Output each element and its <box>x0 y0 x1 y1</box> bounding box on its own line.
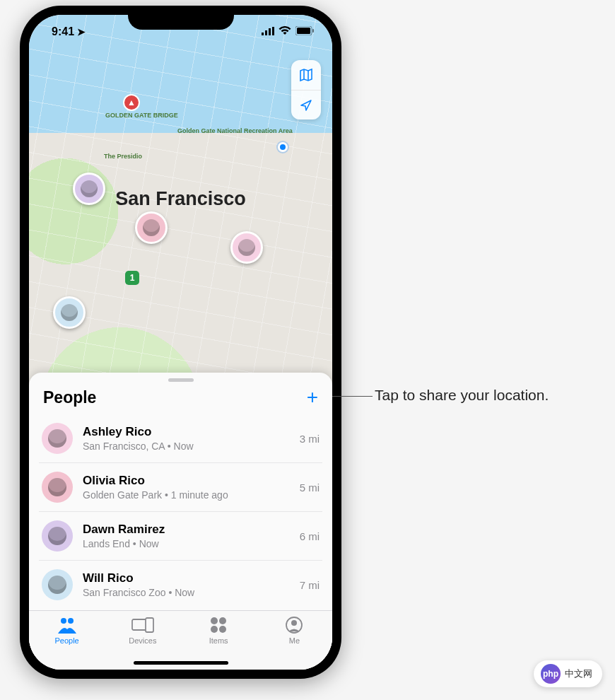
status-time: 9:41 <box>52 25 74 38</box>
person-name: Olivia Rico <box>83 474 290 488</box>
avatar-pin[interactable] <box>53 296 86 329</box>
list-item[interactable]: Will Rico San Francisco Zoo • Now 7 mi <box>39 560 322 609</box>
map-label-ggnra: Golden Gate National Recreation Area <box>177 128 293 134</box>
person-location: Lands End • Now <box>83 538 290 549</box>
svg-rect-12 <box>146 618 153 632</box>
devices-icon <box>131 615 154 635</box>
svg-point-13 <box>211 617 218 624</box>
me-icon <box>286 615 303 635</box>
svg-rect-0 <box>262 33 264 35</box>
battery-icon <box>295 25 314 38</box>
avatar <box>42 423 73 454</box>
map-mode-button[interactable] <box>291 60 321 90</box>
svg-point-15 <box>211 626 218 633</box>
person-location: San Francisco Zoo • Now <box>83 587 290 598</box>
watermark-badge: php <box>541 664 561 684</box>
tab-people[interactable]: People <box>29 615 105 645</box>
watermark-text: 中文网 <box>565 667 592 680</box>
tab-me[interactable]: Me <box>257 615 332 645</box>
landmark-pin-golden-gate[interactable]: ▲ <box>123 94 140 111</box>
svg-point-10 <box>68 618 74 624</box>
share-location-button[interactable]: + <box>307 387 318 407</box>
screen: 9:41 ➤ <box>29 15 332 670</box>
person-distance: 3 mi <box>300 433 320 445</box>
person-name: Ashley Rico <box>83 425 290 439</box>
avatar-pin[interactable] <box>230 231 263 264</box>
sheet-title: People <box>43 388 96 407</box>
location-services-icon: ➤ <box>77 26 86 37</box>
map-label-presidio: The Presidio <box>104 153 142 160</box>
people-icon <box>57 615 78 635</box>
svg-point-16 <box>219 626 226 633</box>
cellular-signal-icon <box>262 25 274 38</box>
avatar <box>42 569 73 600</box>
map-controls <box>291 60 321 119</box>
person-location: San Francisco, CA • Now <box>83 441 290 452</box>
tab-label: Me <box>289 636 300 645</box>
svg-point-18 <box>291 620 297 626</box>
tab-label: Items <box>209 636 228 645</box>
home-indicator[interactable] <box>134 661 228 665</box>
svg-rect-6 <box>312 29 314 33</box>
avatar-pin[interactable] <box>135 211 168 244</box>
person-distance: 7 mi <box>300 579 320 591</box>
svg-rect-5 <box>297 28 310 34</box>
person-distance: 5 mi <box>300 482 320 494</box>
tab-items[interactable]: Items <box>181 615 257 645</box>
avatar <box>42 472 73 503</box>
watermark: php 中文网 <box>534 660 602 687</box>
person-name: Will Rico <box>83 571 290 585</box>
wifi-icon <box>279 25 291 38</box>
tab-devices[interactable]: Devices <box>105 615 180 645</box>
person-name: Dawn Ramirez <box>83 523 290 537</box>
map-label-golden-gate-bridge: GOLDEN GATE BRIDGE <box>105 112 178 119</box>
current-location-dot <box>278 142 288 152</box>
sheet-grabber[interactable] <box>168 378 194 382</box>
svg-point-9 <box>61 618 66 624</box>
items-icon <box>210 615 227 635</box>
list-item[interactable]: Dawn Ramirez Lands End • Now 6 mi <box>39 511 322 560</box>
tab-label: Devices <box>129 636 156 645</box>
svg-rect-1 <box>265 30 267 35</box>
locate-me-button[interactable] <box>291 90 321 119</box>
avatar-pin[interactable] <box>73 173 105 205</box>
list-item[interactable]: Ashley Rico San Francisco, CA • Now 3 mi <box>39 414 322 462</box>
svg-rect-2 <box>269 28 271 35</box>
svg-point-14 <box>219 617 226 624</box>
route-shield: 1 <box>125 271 139 285</box>
person-location: Golden Gate Park • 1 minute ago <box>83 489 290 501</box>
list-item[interactable]: Olivia Rico Golden Gate Park • 1 minute … <box>39 462 322 511</box>
notch <box>128 6 234 30</box>
phone-frame: 9:41 ➤ <box>20 6 341 679</box>
avatar <box>42 520 73 552</box>
tab-label: People <box>54 636 78 645</box>
person-distance: 6 mi <box>300 530 320 542</box>
svg-rect-3 <box>272 27 274 35</box>
tab-bar: People Devices Items Me <box>29 610 332 670</box>
callout-text: Tap to share your location. <box>375 387 549 404</box>
